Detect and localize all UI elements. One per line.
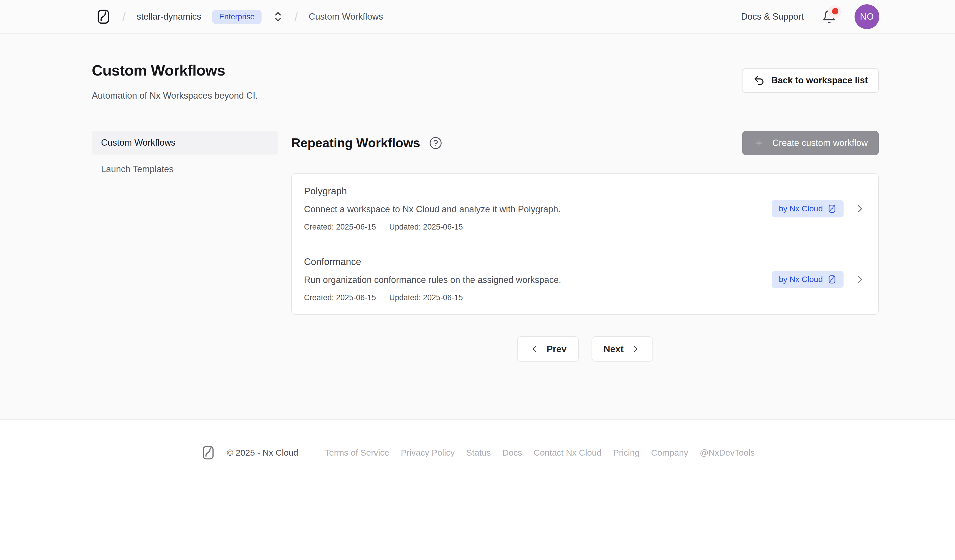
workflow-dates: Created: 2025-06-15 Updated: 2025-06-15 (304, 293, 772, 302)
nx-logo-icon (200, 445, 216, 461)
breadcrumb-current-page: Custom Workflows (308, 11, 383, 22)
sidebar-item-label: Custom Workflows (101, 137, 175, 148)
pagination: Prev Next (291, 336, 879, 362)
copyright-text: © 2025 - Nx Cloud (227, 448, 298, 458)
top-navbar: / stellar-dynamics Enterprise / Custom W… (0, 0, 955, 34)
workflow-created: Created: 2025-06-15 (304, 293, 376, 302)
notification-dot (832, 8, 838, 14)
badge-label: by Nx Cloud (779, 275, 823, 284)
prev-page-button[interactable]: Prev (517, 336, 579, 362)
workflow-row-conformance[interactable]: Conformance Run organization conformance… (292, 244, 878, 314)
page: / stellar-dynamics Enterprise / Custom W… (0, 0, 955, 560)
footer-link-status[interactable]: Status (466, 448, 491, 458)
footer-inner: © 2025 - Nx Cloud Terms of Service Priva… (200, 445, 755, 461)
workflow-name: Polygraph (304, 186, 772, 197)
footer-link-privacy[interactable]: Privacy Policy (401, 448, 455, 458)
footer-links: Terms of Service Privacy Policy Status D… (325, 448, 755, 458)
workflow-description: Connect a workspace to Nx Cloud and anal… (304, 204, 772, 215)
nx-logo-icon[interactable] (95, 8, 111, 25)
workflow-updated: Updated: 2025-06-15 (389, 223, 463, 232)
workflow-updated: Updated: 2025-06-15 (389, 293, 463, 302)
page-title: Custom Workflows (92, 62, 258, 79)
navbar-actions: Docs & Support NO (741, 4, 879, 29)
avatar[interactable]: NO (855, 4, 879, 29)
footer-link-docs[interactable]: Docs (503, 448, 522, 458)
nx-logo-icon (827, 204, 837, 214)
page-subtitle: Automation of Nx Workspaces beyond CI. (92, 90, 258, 101)
workflow-row-polygraph[interactable]: Polygraph Connect a workspace to Nx Clou… (292, 173, 878, 244)
footer-link-pricing[interactable]: Pricing (613, 448, 640, 458)
back-button-label: Back to workspace list (772, 75, 868, 86)
chevron-left-icon (529, 344, 540, 354)
by-nx-cloud-badge[interactable]: by Nx Cloud (772, 271, 844, 288)
content-area: Custom Workflows Automation of Nx Worksp… (0, 34, 955, 419)
workflow-list: Polygraph Connect a workspace to Nx Clou… (291, 173, 879, 315)
workflow-info: Polygraph Connect a workspace to Nx Clou… (304, 186, 772, 232)
help-circle-icon[interactable] (429, 136, 442, 150)
footer-link-nxdevtools[interactable]: @NxDevTools (700, 448, 755, 458)
breadcrumb: / stellar-dynamics Enterprise / Custom W… (95, 8, 383, 25)
chevron-up-down-icon[interactable] (272, 10, 283, 23)
docs-support-link[interactable]: Docs & Support (741, 11, 804, 22)
workflow-description: Run organization conformance rules on th… (304, 275, 772, 285)
section-sidebar: Custom Workflows Launch Templates (92, 131, 278, 181)
prev-label: Prev (546, 344, 567, 354)
main-header: Repeating Workflows Create c (291, 131, 879, 155)
back-to-workspace-list-button[interactable]: Back to workspace list (742, 68, 879, 93)
next-page-button[interactable]: Next (592, 336, 653, 362)
undo-arrow-icon (753, 74, 765, 86)
sidebar-item-launch-templates[interactable]: Launch Templates (92, 158, 278, 181)
sidebar-item-custom-workflows[interactable]: Custom Workflows (92, 131, 278, 154)
workflow-info: Conformance Run organization conformance… (304, 256, 772, 302)
workspace-name[interactable]: stellar-dynamics (136, 11, 201, 22)
workflow-created: Created: 2025-06-15 (304, 223, 376, 232)
create-custom-workflow-button[interactable]: Create custom workflow (742, 131, 879, 155)
main-column: Repeating Workflows Create c (291, 131, 879, 362)
footer-link-company[interactable]: Company (651, 448, 688, 458)
plus-icon (753, 137, 765, 149)
workflow-row-actions: by Nx Cloud (772, 200, 866, 217)
sidebar-item-label: Launch Templates (101, 164, 174, 175)
footer-link-contact[interactable]: Contact Nx Cloud (534, 448, 602, 458)
breadcrumb-separator: / (122, 10, 125, 23)
page-title-block: Custom Workflows Automation of Nx Worksp… (92, 62, 258, 101)
chevron-right-icon[interactable] (854, 203, 866, 215)
workflow-dates: Created: 2025-06-15 Updated: 2025-06-15 (304, 223, 772, 232)
workflow-name: Conformance (304, 256, 772, 267)
badge-label: by Nx Cloud (779, 204, 823, 214)
breadcrumb-separator: / (294, 10, 297, 23)
footer: © 2025 - Nx Cloud Terms of Service Priva… (0, 419, 955, 560)
chevron-right-icon[interactable] (854, 273, 866, 285)
footer-link-terms[interactable]: Terms of Service (325, 448, 389, 458)
page-header: Custom Workflows Automation of Nx Worksp… (92, 62, 879, 101)
chevron-right-icon (631, 344, 641, 354)
section-heading: Repeating Workflows (291, 136, 420, 150)
plan-badge: Enterprise (212, 10, 261, 24)
by-nx-cloud-badge[interactable]: by Nx Cloud (772, 200, 844, 217)
body-row: Custom Workflows Launch Templates Repeat… (92, 131, 879, 362)
notifications-button[interactable] (820, 8, 838, 25)
next-label: Next (604, 344, 623, 354)
create-button-label: Create custom workflow (772, 138, 868, 148)
nx-logo-icon (827, 275, 837, 284)
workflow-row-actions: by Nx Cloud (772, 271, 866, 288)
